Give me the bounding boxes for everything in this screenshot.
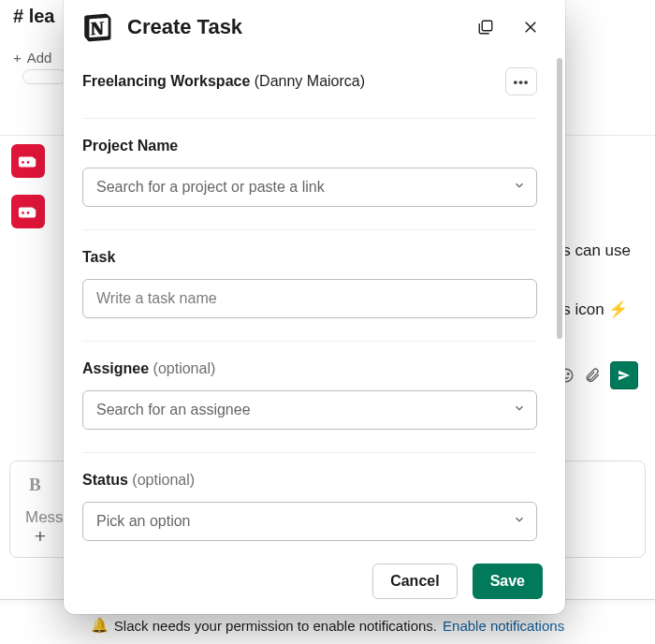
close-icon: [522, 19, 539, 36]
field-label-text: Status: [82, 472, 128, 488]
save-button[interactable]: Save: [473, 564, 543, 599]
modal-scroll-area[interactable]: Freelancing Workspace (Danny Maiorca) ••…: [64, 52, 556, 549]
field-label: Status (optional): [82, 472, 537, 489]
project-select[interactable]: Search for a project or paste a link: [82, 168, 537, 207]
field-label: Task: [82, 249, 537, 266]
open-in-new-icon: [477, 19, 494, 36]
optional-tag: (optional): [153, 360, 216, 376]
modal-title: Create Task: [127, 15, 457, 39]
modal-header: Create Task: [64, 0, 565, 52]
workspace-name: Freelancing Workspace: [82, 73, 250, 89]
workspace-more-button[interactable]: •••: [505, 67, 537, 95]
notion-logo-icon: [82, 11, 114, 43]
field-label: Project Name: [82, 138, 537, 154]
field-status: Status (optional) Pick an option: [82, 453, 537, 549]
workspace-owner: (Danny Maiorca): [255, 73, 365, 89]
modal-body: Freelancing Workspace (Danny Maiorca) ••…: [64, 52, 565, 549]
status-select[interactable]: Pick an option: [82, 502, 537, 541]
create-task-modal: Create Task Freelancing Workspace (Danny…: [64, 0, 565, 614]
field-label: Assignee (optional): [82, 360, 537, 377]
optional-tag: (optional): [132, 472, 195, 488]
field-label-text: Assignee: [82, 360, 149, 376]
assignee-select[interactable]: Search for an assignee: [82, 390, 537, 430]
workspace-label: Freelancing Workspace (Danny Maiorca): [82, 73, 365, 90]
close-button[interactable]: [515, 11, 546, 43]
scrollbar[interactable]: [557, 58, 562, 339]
project-select-placeholder: Search for a project or paste a link: [96, 179, 325, 196]
workspace-row: Freelancing Workspace (Danny Maiorca) ••…: [82, 58, 537, 119]
modal-footer: Cancel Save: [64, 549, 565, 614]
assignee-select-placeholder: Search for an assignee: [96, 402, 251, 418]
open-in-new-button[interactable]: [470, 11, 502, 43]
field-task: Task: [82, 230, 537, 342]
status-select-placeholder: Pick an option: [96, 513, 191, 530]
field-project-name: Project Name Search for a project or pas…: [82, 119, 537, 230]
modal-overlay: Create Task Freelancing Workspace (Danny…: [0, 0, 655, 644]
task-name-input[interactable]: [82, 279, 537, 318]
field-assignee: Assignee (optional) Search for an assign…: [82, 342, 537, 453]
cancel-button[interactable]: Cancel: [372, 564, 457, 599]
svg-rect-3: [482, 21, 492, 31]
